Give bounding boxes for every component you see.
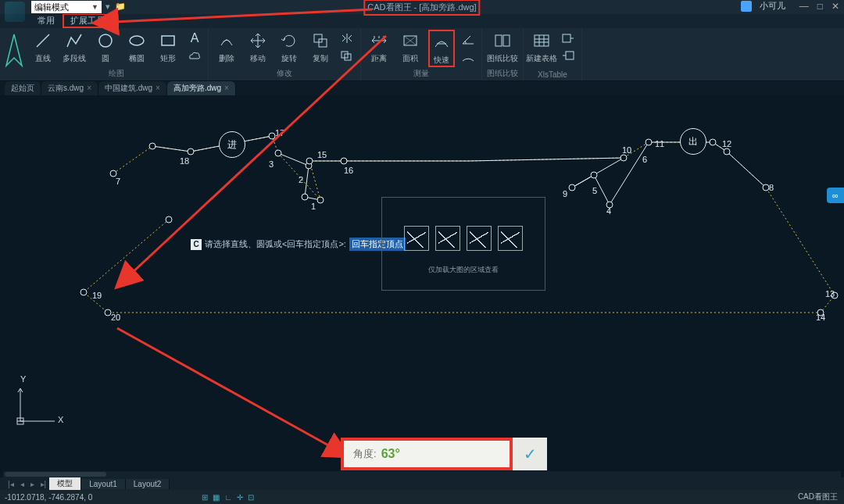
tool-circle[interactable]: 圆 [92, 30, 119, 64]
status-bar: -1012.0718, -746.2874, 0 ⊞ ▦ ∟ ✛ ⊡ CAD看图… [0, 490, 844, 504]
import-icon[interactable] [560, 48, 577, 63]
ortho-toggle[interactable]: ∟ [224, 493, 232, 502]
snap-toggle[interactable]: ⊞ [202, 493, 208, 502]
tool-rect[interactable]: 矩形 [155, 30, 181, 64]
distance-icon [368, 30, 390, 52]
svg-line-1 [37, 34, 49, 47]
angle-confirm-button[interactable]: ✓ [513, 438, 547, 470]
maximize-button[interactable]: □ [817, 1, 823, 12]
tool-move[interactable]: 移动 [245, 30, 271, 64]
share-icon: ∞ [832, 191, 839, 200]
layout-nav-next[interactable]: ▸ [27, 480, 38, 488]
preview-thumb[interactable] [404, 226, 429, 251]
angle-icon[interactable] [460, 33, 477, 47]
panel-modify: 删除 移动 旋转 复制 修改 [209, 28, 361, 80]
tool-delete[interactable]: 删除 [213, 30, 240, 64]
title-bar: 编辑模式 ▼ ▾ 📁 CAD看图王 - [高加旁路.dwg] 小可儿 — □ ✕ [0, 0, 844, 14]
svg-point-37 [166, 216, 172, 223]
close-icon[interactable]: × [224, 84, 229, 92]
polyline-icon [63, 30, 85, 52]
svg-point-23 [306, 158, 313, 164]
delete-icon [216, 30, 238, 52]
command-prompt[interactable]: C 请选择直线、圆弧或<回车指定顶点>: 回车指定顶点 [191, 238, 406, 251]
osnap-toggle[interactable]: ⊡ [248, 493, 254, 502]
layout-tabs: |◂ ◂ ▸ ▸| 模型 Layout1 Layout2 [0, 477, 844, 490]
window-buttons: — □ ✕ [793, 1, 839, 12]
ribbon-tab-common[interactable]: 常用 [30, 13, 63, 28]
node-label: 8 [769, 183, 774, 192]
svg-marker-0 [6, 34, 22, 66]
table-icon [531, 30, 553, 52]
close-icon[interactable]: × [87, 84, 91, 92]
layout-nav-last[interactable]: ▸| [38, 480, 50, 488]
svg-rect-12 [535, 35, 549, 46]
tool-newtable[interactable]: 新建表格 [528, 30, 555, 64]
command-text: 请选择直线、圆弧或<回车指定顶点>: [205, 238, 346, 250]
preview-thumb[interactable] [467, 226, 492, 251]
tool-copy[interactable]: 复制 [307, 30, 334, 64]
side-share-badge[interactable]: ∞ [827, 188, 844, 203]
compare-icon [492, 30, 513, 52]
copy-icon [309, 30, 331, 52]
layout-tab-model[interactable]: 模型 [49, 477, 81, 490]
minimize-button[interactable]: — [799, 1, 809, 12]
tool-distance[interactable]: 距离 [366, 30, 392, 67]
tool-polyline[interactable]: 多段线 [61, 30, 88, 64]
angle-value: 63° [381, 447, 400, 461]
svg-rect-13 [563, 34, 570, 42]
rotate-icon [278, 30, 300, 52]
svg-point-2 [99, 34, 112, 47]
tool-ellipse[interactable]: 椭圆 [123, 30, 150, 64]
tool-rotate[interactable]: 旋转 [276, 30, 302, 64]
node-label: 19 [92, 291, 102, 300]
doctab-start[interactable]: 起始页 [5, 81, 41, 95]
svg-point-26 [569, 184, 575, 191]
node-label: 1 [311, 202, 316, 211]
text-icon[interactable]: A [186, 31, 203, 45]
layout-tab-1[interactable]: Layout1 [81, 479, 126, 489]
preview-thumb[interactable] [435, 226, 460, 251]
ribbon-tab-extend[interactable]: 扩展工具 [63, 13, 113, 28]
horizontal-scrollbar[interactable] [3, 471, 841, 477]
app-logo-large [3, 30, 25, 70]
mode-dropdown[interactable]: 编辑模式 ▼ [31, 1, 102, 13]
close-button[interactable]: ✕ [831, 1, 839, 12]
grid-toggle[interactable]: ▦ [213, 493, 220, 502]
tool-quick-measure[interactable]: 快速 [428, 30, 455, 67]
node-out-circle: 出 [680, 128, 706, 155]
user-icon[interactable] [741, 1, 752, 12]
node-label: 17 [275, 128, 284, 138]
close-icon[interactable]: × [156, 84, 160, 92]
draw-small-tools: A [186, 30, 203, 64]
doctab-1[interactable]: 云南s.dwg× [41, 81, 98, 95]
node-label: 16 [344, 166, 353, 175]
layout-nav-first[interactable]: |◂ [5, 480, 17, 488]
polar-toggle[interactable]: ✛ [237, 493, 243, 502]
tool-line[interactable]: 直线 [30, 30, 56, 64]
panel-draw: 直线 多段线 圆 椭圆 矩形 A 绘图 [25, 28, 209, 80]
doctab-2[interactable]: 中国建筑.dwg× [98, 81, 167, 95]
tool-area[interactable]: 面积 [397, 30, 424, 67]
ribbon-tabs: 常用 扩展工具 [0, 14, 844, 28]
layout-nav-prev[interactable]: ◂ [17, 480, 27, 488]
drawing-canvas[interactable]: 进 出 7 18 17 3 2 1 15 16 10 9 5 4 6 11 12… [0, 95, 844, 477]
arc-icon[interactable] [460, 50, 477, 64]
tool-compare[interactable]: 图纸比较 [489, 30, 516, 64]
chevron-down-icon: ▼ [91, 3, 98, 11]
preview-thumb[interactable] [498, 226, 523, 251]
export-icon[interactable] [560, 31, 577, 45]
svg-rect-11 [503, 35, 510, 46]
svg-point-32 [763, 184, 769, 191]
offset-icon[interactable] [338, 48, 356, 63]
scrollbar-thumb[interactable] [5, 472, 106, 477]
layout-tab-2[interactable]: Layout2 [126, 479, 170, 489]
panel-title-compare: 图纸比较 [487, 68, 518, 79]
doctab-3[interactable]: 高加旁路.dwg× [167, 81, 236, 95]
status-coordinates: -1012.0718, -746.2874, 0 [0, 493, 92, 502]
svg-point-19 [275, 150, 281, 156]
dropdown-icon[interactable]: ▾ [106, 2, 110, 12]
open-icon[interactable]: 📁 [115, 2, 126, 12]
app-logo [5, 2, 25, 22]
cloud-icon[interactable] [186, 48, 203, 63]
mirror-icon[interactable] [338, 31, 356, 45]
